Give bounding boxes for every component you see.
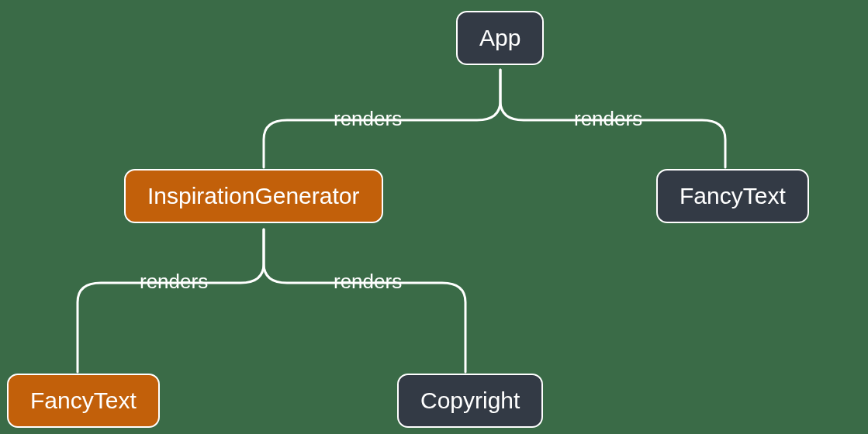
edge-label-app-fancytext: renders — [574, 107, 642, 131]
edge-label-inspiration-fancytext: renders — [140, 270, 208, 294]
edge-label-inspiration-copyright: renders — [334, 270, 402, 294]
node-fancytext-left: FancyText — [7, 374, 160, 428]
node-label: FancyText — [30, 388, 137, 414]
component-tree-diagram: App InspirationGenerator FancyText Fancy… — [0, 0, 868, 434]
node-copyright: Copyright — [397, 374, 543, 428]
node-fancytext-right: FancyText — [656, 169, 809, 223]
node-label: Copyright — [420, 388, 520, 414]
edge-label-app-inspiration: renders — [334, 107, 402, 131]
node-label: App — [479, 25, 520, 51]
node-label: FancyText — [680, 183, 786, 209]
node-label: InspirationGenerator — [147, 183, 360, 209]
node-app: App — [456, 11, 544, 65]
node-inspiration-generator: InspirationGenerator — [124, 169, 383, 223]
